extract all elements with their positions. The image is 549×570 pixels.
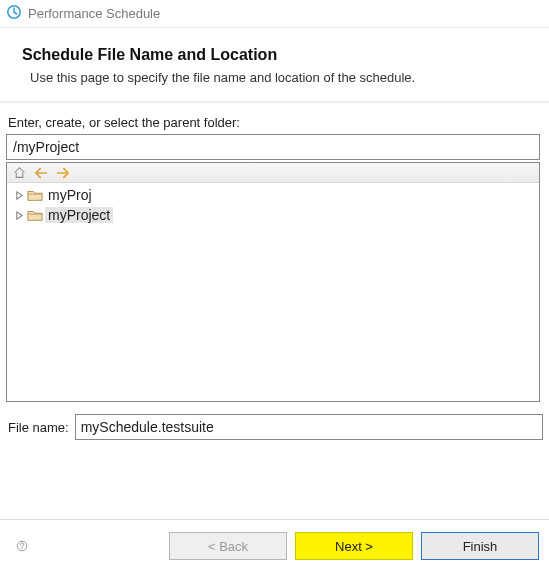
tree-item-myproject[interactable]: myProject [7, 205, 539, 225]
filename-input[interactable] [75, 414, 543, 440]
filename-label: File name: [8, 420, 69, 435]
tree-item-label: myProject [45, 207, 113, 223]
parent-folder-label: Enter, create, or select the parent fold… [8, 115, 543, 130]
tree-toolbar [7, 163, 539, 183]
wizard-header: Schedule File Name and Location Use this… [0, 28, 549, 101]
page-heading: Schedule File Name and Location [22, 46, 527, 64]
home-icon[interactable] [11, 165, 27, 181]
window-title: Performance Schedule [28, 6, 543, 21]
folder-tree-panel: myProj myProject [6, 162, 540, 402]
tree-item-myproj[interactable]: myProj [7, 185, 539, 205]
app-icon [6, 4, 28, 23]
svg-point-2 [21, 548, 22, 549]
page-description: Use this page to specify the file name a… [30, 70, 527, 85]
back-arrow-icon[interactable] [33, 165, 49, 181]
expander-icon[interactable] [13, 189, 25, 201]
tree-item-label: myProj [45, 187, 95, 203]
parent-folder-input[interactable] [6, 134, 540, 160]
folder-icon [27, 207, 43, 223]
help-button[interactable] [10, 534, 34, 558]
back-button: < Back [169, 532, 287, 560]
forward-arrow-icon[interactable] [55, 165, 71, 181]
next-button[interactable]: Next > [295, 532, 413, 560]
wizard-button-bar: < Back Next > Finish [0, 519, 549, 560]
folder-icon [27, 187, 43, 203]
folder-tree[interactable]: myProj myProject [7, 183, 539, 401]
expander-icon[interactable] [13, 209, 25, 221]
titlebar: Performance Schedule [0, 0, 549, 28]
finish-button[interactable]: Finish [421, 532, 539, 560]
